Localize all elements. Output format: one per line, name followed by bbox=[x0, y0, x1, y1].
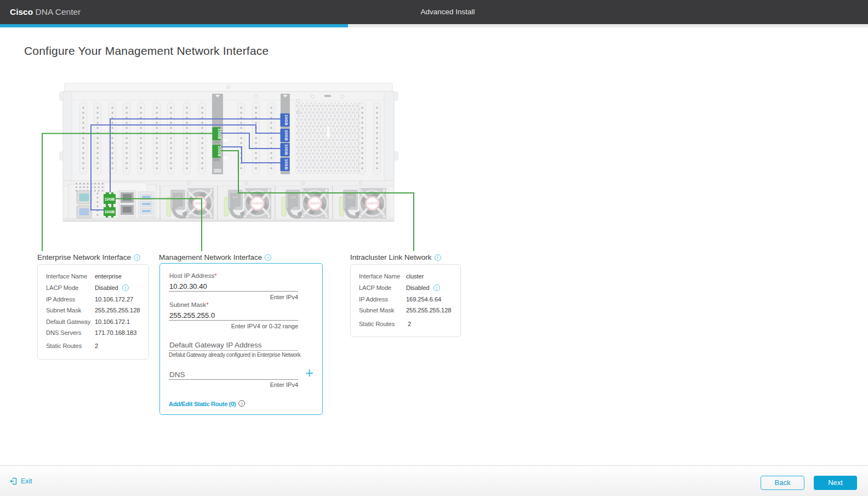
svg-text:10GB: 10GB bbox=[105, 197, 115, 201]
svg-text:10GB: 10GB bbox=[284, 130, 289, 141]
svg-text:10GB: 10GB bbox=[105, 210, 115, 214]
svg-text:10GB: 10GB bbox=[217, 146, 222, 157]
svg-text:10GB PS: 10GB PS bbox=[252, 202, 262, 205]
svg-text:10GB: 10GB bbox=[217, 128, 222, 139]
svg-text:10GB: 10GB bbox=[284, 115, 289, 126]
svg-text:10GB: 10GB bbox=[284, 144, 289, 155]
svg-text:10GB PS: 10GB PS bbox=[195, 202, 205, 205]
svg-text:10GB: 10GB bbox=[284, 159, 289, 170]
svg-text:10GB PS: 10GB PS bbox=[367, 202, 378, 205]
svg-text:10GB PS: 10GB PS bbox=[310, 202, 320, 205]
